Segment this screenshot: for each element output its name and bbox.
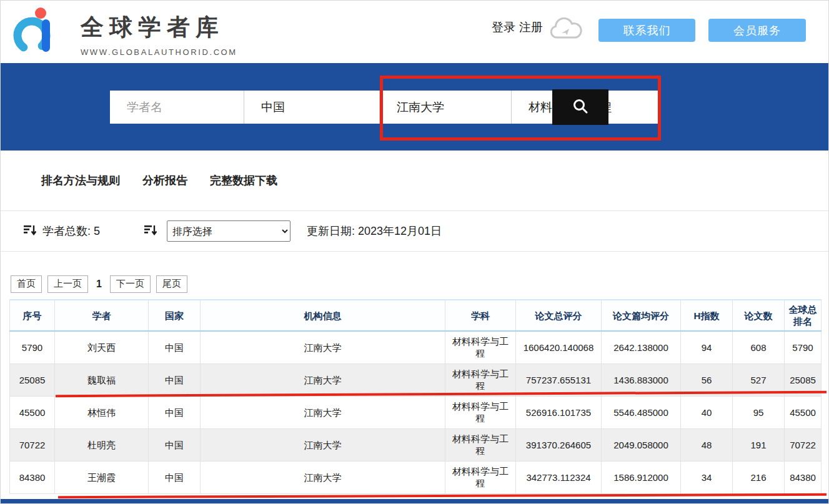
table-cell: 191 [733,428,785,461]
table-cell: 中国 [149,396,201,428]
table-cell: 中国 [149,428,201,461]
column-header: 论文数 [733,300,785,331]
table-cell: 材料科学与工程 [445,461,516,493]
table-cell: 25085 [10,363,55,396]
sort-select[interactable]: 排序选择 [167,220,290,242]
table-cell: 江南大学 [201,461,445,493]
table-cell: 江南大学 [201,331,445,363]
login-link[interactable]: 登录 [492,21,515,34]
table-cell: 526916.101735 [516,396,602,428]
table-cell: 84380 [785,461,822,493]
table-cell: 材料科学与工程 [445,363,516,396]
page: 全球学者库 WWW.GLOBALAUTHORID.COM 登录注册 联系我们 会… [0,0,829,504]
table-cell: 材料科学与工程 [445,396,516,428]
table-row: 25085魏取福中国江南大学材料科学与工程757237.6551311436.8… [10,363,822,396]
pagination-last-button[interactable]: 尾页 [156,275,187,293]
table-row: 5790刘天西中国江南大学材料科学与工程1606420.1400682642.1… [10,331,822,363]
table-cell: 材料科学与工程 [445,428,516,461]
column-header: 论文篇均评分 [602,300,681,331]
table-cell: 1586.912000 [602,461,681,493]
table-cell: 江南大学 [201,428,445,461]
pagination-current-page: 1 [94,279,104,290]
country-input[interactable] [244,91,380,124]
column-header: 全球总排名 [785,300,822,331]
nav-data-download[interactable]: 完整数据下载 [210,173,277,188]
table-cell: 25085 [785,363,822,396]
pagination-first-button[interactable]: 首页 [11,275,42,293]
footer-strip [1,499,828,503]
pagination-prev-button[interactable]: 上一页 [47,275,88,293]
annotation-red-line [58,493,827,498]
member-service-button[interactable]: 会员服务 [708,19,806,42]
search-button[interactable] [552,89,608,125]
institution-input[interactable] [380,91,512,124]
site-logo-icon [9,6,63,61]
sort-icon [144,224,157,239]
scholar-total-label: 学者总数: 5 [42,224,100,239]
nav-analysis-report[interactable]: 分析报告 [142,173,187,188]
table-cell: 王潮霞 [55,461,149,493]
table-cell: 江南大学 [201,396,445,428]
table-cell: 5790 [10,331,55,363]
table-cell: 杜明亮 [55,428,149,461]
pagination: 首页 上一页 1 下一页 尾页 [11,275,187,293]
table-cell: 1436.883000 [602,363,681,396]
table-cell: 70722 [785,428,822,461]
table-cell: 56 [681,363,733,396]
table-cell: 45500 [785,396,822,428]
table-cell: 95 [733,396,785,428]
table-header-row: 序号学者国家机构信息学科论文总评分论文篇均评分H指数论文数全球总排名 [10,300,822,331]
table-cell: 5790 [785,331,822,363]
table-cell: 中国 [149,363,201,396]
column-header: 学者 [55,300,149,331]
table-row: 84380王潮霞中国江南大学材料科学与工程342773.1123241586.9… [10,461,822,493]
table-cell: 5546.485000 [602,396,681,428]
table-cell: 342773.112324 [516,461,602,493]
table-cell: 757237.655131 [516,363,602,396]
site-title: 全球学者库 [81,12,237,43]
column-header: 序号 [10,300,55,331]
table-cell: 江南大学 [201,363,445,396]
table-cell: 林恒伟 [55,396,149,428]
results-table: 序号学者国家机构信息学科论文总评分论文篇均评分H指数论文数全球总排名 5790刘… [9,299,822,494]
table-cell: 391370.264605 [516,428,602,461]
top-header: 全球学者库 WWW.GLOBALAUTHORID.COM 登录注册 联系我们 会… [1,1,828,63]
table-cell: 70722 [10,428,55,461]
update-date-label: 更新日期: 2023年12月01日 [307,224,442,239]
table-cell: 2049.058000 [602,428,681,461]
table-cell: 48 [681,428,733,461]
nav-ranking-rules[interactable]: 排名方法与规则 [41,173,120,188]
table-cell: 94 [681,331,733,363]
nav-row: 排名方法与规则 分析报告 完整数据下载 [1,151,828,210]
column-header: 论文总评分 [516,300,602,331]
auth-links: 登录注册 [492,19,543,36]
table-cell: 40 [681,396,733,428]
sort-icon [23,224,36,239]
table-cell: 527 [733,363,785,396]
table-cell: 1606420.140068 [516,331,602,363]
scholar-name-input[interactable] [110,91,244,124]
column-header: 学科 [445,300,516,331]
table-cell: 34 [681,461,733,493]
brand-block: 全球学者库 WWW.GLOBALAUTHORID.COM [81,12,237,57]
pagination-next-button[interactable]: 下一页 [110,275,151,293]
table-cell: 2642.138000 [602,331,681,363]
table-cell: 材料科学与工程 [445,331,516,363]
search-icon [572,97,589,117]
table-row: 70722杜明亮中国江南大学材料科学与工程391370.2646052049.0… [10,428,822,461]
site-url: WWW.GLOBALAUTHORID.COM [81,47,237,57]
table-cell: 45500 [10,396,55,428]
table-cell: 608 [733,331,785,363]
table-cell: 216 [733,461,785,493]
table-cell: 刘天西 [55,331,149,363]
table-cell: 中国 [149,461,201,493]
table-cell: 84380 [10,461,55,493]
search-banner [1,63,828,151]
contact-us-button[interactable]: 联系我们 [598,19,695,42]
table-row: 45500林恒伟中国江南大学材料科学与工程526916.1017355546.4… [10,396,822,428]
table-cell: 魏取福 [55,363,149,396]
table-cell: 中国 [149,331,201,363]
filter-row: 学者总数: 5 排序选择 更新日期: 2023年12月01日 [1,210,828,252]
register-link[interactable]: 注册 [519,21,543,34]
cloud-icon [548,17,584,46]
